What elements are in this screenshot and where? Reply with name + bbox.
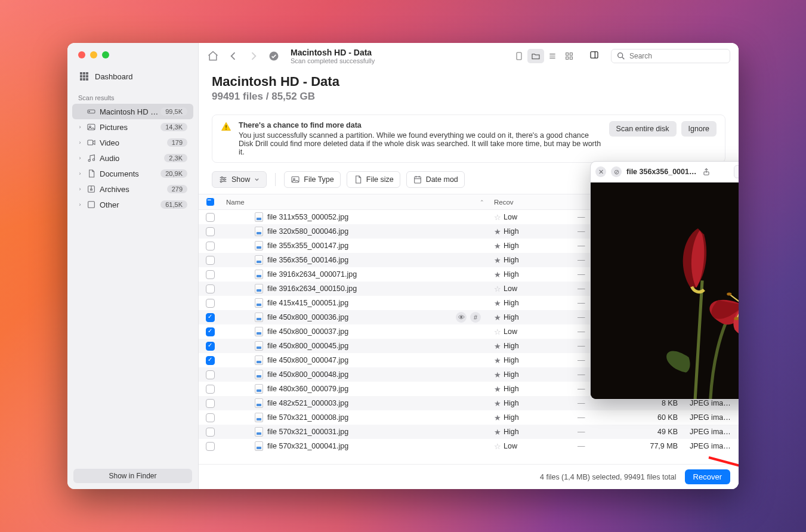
row-checkbox[interactable] <box>206 428 215 437</box>
table-row[interactable]: file 570x321_000031.jpg ★High — 49 KB JP… <box>199 425 739 439</box>
star-icon[interactable]: ★ <box>494 270 501 279</box>
row-checkbox[interactable] <box>206 213 215 222</box>
star-icon[interactable]: ☆ <box>494 213 501 222</box>
dashboard-label: Dashboard <box>95 72 133 81</box>
row-checkbox[interactable] <box>206 227 215 236</box>
show-filter[interactable]: Show <box>212 171 267 188</box>
sidebar-item-drive[interactable]: Macintosh HD -… 99,5K <box>72 104 193 119</box>
star-icon[interactable]: ★ <box>494 356 501 365</box>
table-row[interactable]: file 570x321_000008.jpg ★High — 60 KB JP… <box>199 410 739 425</box>
sidebar-item-image[interactable]: › Pictures 14,3K <box>72 119 193 135</box>
svg-rect-26 <box>570 53 572 55</box>
view-tree-button[interactable] <box>511 49 527 63</box>
star-icon[interactable]: ☆ <box>494 284 501 293</box>
row-checkbox[interactable] <box>206 270 215 279</box>
col-recovery[interactable]: Recov <box>489 196 573 209</box>
show-in-finder-button[interactable]: Show in Finder <box>73 469 192 483</box>
row-checkbox[interactable] <box>206 442 215 451</box>
svg-rect-6 <box>80 78 82 81</box>
row-checkbox[interactable] <box>206 313 215 322</box>
disclosure-icon: › <box>77 186 83 192</box>
sidebar-item-archive[interactable]: › Archives 279 <box>72 181 193 197</box>
star-icon[interactable]: ☆ <box>494 327 501 336</box>
star-icon[interactable]: ★ <box>494 256 501 265</box>
preview-eye-icon[interactable]: 👁 <box>456 312 467 323</box>
star-icon[interactable]: ★ <box>494 242 501 250</box>
recovery-chance: Low <box>504 213 517 221</box>
star-icon[interactable]: ★ <box>494 313 501 322</box>
sidebar-item-other[interactable]: › Other 61,5K <box>72 197 193 212</box>
search-input[interactable] <box>629 52 725 60</box>
row-checkbox[interactable] <box>206 242 215 250</box>
svg-point-15 <box>92 159 94 160</box>
home-icon[interactable] <box>207 50 219 62</box>
back-button[interactable] <box>227 50 239 62</box>
svg-rect-11 <box>88 124 95 129</box>
star-icon[interactable]: ★ <box>494 370 501 379</box>
star-icon[interactable]: ★ <box>494 385 501 394</box>
hex-icon[interactable]: # <box>470 312 481 323</box>
svg-rect-34 <box>226 129 227 130</box>
col-name[interactable]: Name⌃ <box>221 196 489 209</box>
jpeg-file-icon <box>255 398 263 408</box>
forward-button[interactable] <box>248 50 260 62</box>
view-folder-button[interactable] <box>527 49 544 63</box>
disclosure-icon: › <box>77 155 83 161</box>
maximize-window-button[interactable] <box>102 51 109 58</box>
ignore-button[interactable]: Ignore <box>681 121 717 137</box>
search-field[interactable] <box>611 49 730 63</box>
star-icon[interactable]: ★ <box>494 413 501 422</box>
row-checkbox[interactable] <box>206 327 215 336</box>
scan-entire-disk-button[interactable]: Scan entire disk <box>609 121 677 137</box>
toolbar-title: Macintosh HD - Data <box>291 48 375 57</box>
recovery-chance: High <box>504 413 519 422</box>
file-type-filter[interactable]: File Type <box>284 171 341 188</box>
svg-rect-8 <box>86 78 88 81</box>
jpeg-file-icon <box>255 212 263 222</box>
select-all-checkbox[interactable] <box>206 197 215 206</box>
file-size: 77,9 MB <box>638 439 685 453</box>
star-icon[interactable]: ★ <box>494 399 501 408</box>
toggle-preview-pane-button[interactable] <box>589 50 599 62</box>
star-icon[interactable]: ★ <box>494 299 501 308</box>
file-size: 49 KB <box>638 425 685 439</box>
star-icon[interactable]: ★ <box>494 342 501 351</box>
star-icon[interactable]: ☆ <box>494 442 501 451</box>
file-size-filter[interactable]: File size <box>347 171 400 188</box>
row-checkbox[interactable] <box>206 256 215 265</box>
footer-bar: 4 files (1,4 MB) selected, 99491 files t… <box>199 464 739 489</box>
share-icon[interactable] <box>701 166 712 177</box>
recovery-chance: High <box>504 227 519 236</box>
file-name: file 450x800_000045.jpg <box>267 342 348 350</box>
sidebar-item-doc[interactable]: › Documents 20,9K <box>72 166 193 181</box>
count-badge: 20,9K <box>160 169 187 178</box>
star-icon[interactable]: ★ <box>494 227 501 236</box>
table-row[interactable]: file 570x321_000041.jpg ☆Low — 77,9 MB J… <box>199 439 739 453</box>
sidebar-item-video[interactable]: › Video 179 <box>72 135 193 150</box>
file-name: file 311x553_000052.jpg <box>267 213 348 221</box>
row-checkbox[interactable] <box>206 370 215 379</box>
preview-close-icon[interactable]: ✕ <box>595 166 606 177</box>
preview-block-icon[interactable]: ⊘ <box>611 166 622 177</box>
view-list-button[interactable] <box>544 49 561 63</box>
minimize-window-button[interactable] <box>90 51 97 58</box>
open-with-preview-button[interactable]: Open with Preview <box>734 165 739 178</box>
sidebar-item-audio[interactable]: › Audio 2,3K <box>72 150 193 166</box>
dashboard-nav[interactable]: Dashboard <box>67 67 198 91</box>
row-checkbox[interactable] <box>206 385 215 394</box>
row-checkbox[interactable] <box>206 399 215 408</box>
date-modified-filter[interactable]: Date mod <box>406 171 465 188</box>
row-checkbox[interactable] <box>206 299 215 308</box>
close-window-button[interactable] <box>78 51 85 58</box>
row-checkbox[interactable] <box>206 413 215 422</box>
row-checkbox[interactable] <box>206 284 215 293</box>
svg-rect-19 <box>88 202 95 208</box>
row-checkbox[interactable] <box>206 356 215 365</box>
row-checkbox[interactable] <box>206 342 215 351</box>
disclosure-icon: › <box>77 171 83 177</box>
file-name: file 480x360_000079.jpg <box>267 385 348 393</box>
app-window: Dashboard Scan results Macintosh HD -… 9… <box>67 43 739 489</box>
recover-button[interactable]: Recover <box>685 469 730 484</box>
star-icon[interactable]: ★ <box>494 428 501 437</box>
view-grid-button[interactable] <box>561 49 578 63</box>
